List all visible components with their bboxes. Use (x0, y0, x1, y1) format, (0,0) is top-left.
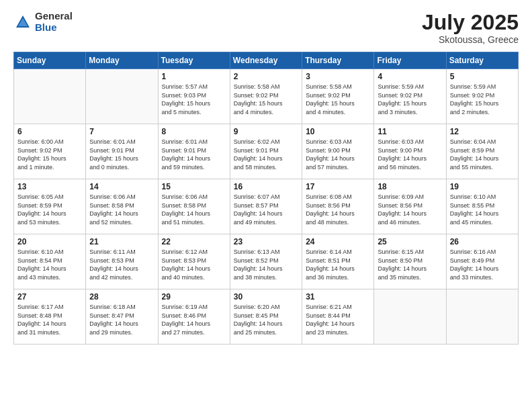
calendar-cell: 18Sunrise: 6:09 AM Sunset: 8:56 PM Dayli… (374, 179, 446, 234)
day-number: 27 (17, 292, 82, 302)
day-number: 13 (17, 182, 82, 191)
cell-info: Sunrise: 6:16 AM Sunset: 8:49 PM Dayligh… (450, 248, 515, 281)
calendar-cell: 22Sunrise: 6:12 AM Sunset: 8:53 PM Dayli… (158, 234, 230, 289)
day-number: 12 (450, 127, 515, 136)
cell-info: Sunrise: 6:12 AM Sunset: 8:53 PM Dayligh… (162, 248, 226, 281)
calendar-cell: 8Sunrise: 6:01 AM Sunset: 9:01 PM Daylig… (158, 124, 230, 179)
day-number: 24 (306, 237, 370, 246)
week-row-3: 13Sunrise: 6:05 AM Sunset: 8:59 PM Dayli… (14, 179, 519, 234)
header-row: Sunday Monday Tuesday Wednesday Thursday… (14, 52, 519, 69)
cell-info: Sunrise: 6:02 AM Sunset: 9:01 PM Dayligh… (234, 138, 298, 171)
calendar-cell: 24Sunrise: 6:14 AM Sunset: 8:51 PM Dayli… (302, 234, 374, 289)
day-number: 23 (234, 237, 298, 246)
day-number: 31 (306, 292, 370, 302)
calendar-cell: 19Sunrise: 6:10 AM Sunset: 8:55 PM Dayli… (446, 179, 518, 234)
day-number: 1 (162, 72, 226, 81)
calendar-cell (446, 289, 518, 345)
week-row-2: 6Sunrise: 6:00 AM Sunset: 9:02 PM Daylig… (14, 124, 519, 179)
day-number: 11 (378, 127, 442, 136)
cell-info: Sunrise: 6:10 AM Sunset: 8:54 PM Dayligh… (17, 248, 82, 281)
cell-info: Sunrise: 6:05 AM Sunset: 8:59 PM Dayligh… (17, 193, 82, 226)
calendar-cell: 31Sunrise: 6:21 AM Sunset: 8:44 PM Dayli… (302, 289, 374, 345)
calendar-cell: 9Sunrise: 6:02 AM Sunset: 9:01 PM Daylig… (230, 124, 302, 179)
logo-blue: Blue (35, 21, 57, 33)
cell-info: Sunrise: 6:14 AM Sunset: 8:51 PM Dayligh… (306, 248, 370, 281)
week-row-1: 1Sunrise: 5:57 AM Sunset: 9:03 PM Daylig… (14, 69, 519, 124)
cell-info: Sunrise: 6:04 AM Sunset: 8:59 PM Dayligh… (450, 138, 515, 171)
day-number: 19 (450, 182, 515, 191)
day-number: 15 (162, 182, 226, 191)
calendar-cell (374, 289, 446, 345)
day-number: 25 (378, 237, 442, 246)
calendar-cell: 12Sunrise: 6:04 AM Sunset: 8:59 PM Dayli… (446, 124, 518, 179)
logo-icon (13, 13, 32, 32)
calendar-cell: 16Sunrise: 6:07 AM Sunset: 8:57 PM Dayli… (230, 179, 302, 234)
day-number: 22 (162, 237, 226, 246)
cell-info: Sunrise: 6:03 AM Sunset: 9:00 PM Dayligh… (306, 138, 370, 171)
cell-info: Sunrise: 5:58 AM Sunset: 9:02 PM Dayligh… (234, 83, 298, 116)
cell-info: Sunrise: 6:06 AM Sunset: 8:58 PM Dayligh… (162, 193, 226, 226)
cell-info: Sunrise: 6:03 AM Sunset: 9:00 PM Dayligh… (378, 138, 442, 171)
day-number: 6 (17, 127, 82, 136)
day-number: 14 (89, 182, 154, 191)
logo-general: General (35, 10, 73, 21)
cell-info: Sunrise: 6:11 AM Sunset: 8:53 PM Dayligh… (89, 248, 154, 281)
logo-text: General Blue (35, 11, 73, 33)
calendar-cell: 3Sunrise: 5:58 AM Sunset: 9:02 PM Daylig… (302, 69, 374, 124)
day-number: 20 (17, 237, 82, 246)
cell-info: Sunrise: 6:07 AM Sunset: 8:57 PM Dayligh… (234, 193, 298, 226)
col-saturday: Saturday (446, 52, 518, 69)
calendar-cell: 5Sunrise: 5:59 AM Sunset: 9:02 PM Daylig… (446, 69, 518, 124)
calendar-cell: 28Sunrise: 6:18 AM Sunset: 8:47 PM Dayli… (86, 289, 158, 345)
calendar-cell: 6Sunrise: 6:00 AM Sunset: 9:02 PM Daylig… (14, 124, 86, 179)
day-number: 9 (234, 127, 298, 136)
day-number: 30 (234, 292, 298, 302)
calendar-cell: 25Sunrise: 6:15 AM Sunset: 8:50 PM Dayli… (374, 234, 446, 289)
calendar-cell (14, 69, 86, 124)
day-number: 3 (306, 72, 370, 81)
calendar-cell: 26Sunrise: 6:16 AM Sunset: 8:49 PM Dayli… (446, 234, 518, 289)
calendar-cell: 14Sunrise: 6:06 AM Sunset: 8:58 PM Dayli… (86, 179, 158, 234)
calendar-cell: 27Sunrise: 6:17 AM Sunset: 8:48 PM Dayli… (14, 289, 86, 345)
cell-info: Sunrise: 6:09 AM Sunset: 8:56 PM Dayligh… (378, 193, 442, 226)
day-number: 17 (306, 182, 370, 191)
calendar-cell (86, 69, 158, 124)
cell-info: Sunrise: 6:17 AM Sunset: 8:48 PM Dayligh… (17, 303, 82, 336)
title-month: July 2025 (422, 11, 519, 34)
calendar-cell: 21Sunrise: 6:11 AM Sunset: 8:53 PM Dayli… (86, 234, 158, 289)
cell-info: Sunrise: 6:10 AM Sunset: 8:55 PM Dayligh… (450, 193, 515, 226)
calendar-cell: 13Sunrise: 6:05 AM Sunset: 8:59 PM Dayli… (14, 179, 86, 234)
cell-info: Sunrise: 6:08 AM Sunset: 8:56 PM Dayligh… (306, 193, 370, 226)
cell-info: Sunrise: 6:13 AM Sunset: 8:52 PM Dayligh… (234, 248, 298, 281)
calendar-cell: 1Sunrise: 5:57 AM Sunset: 9:03 PM Daylig… (158, 69, 230, 124)
day-number: 29 (162, 292, 226, 302)
title-location: Skotoussa, Greece (422, 34, 519, 45)
cell-info: Sunrise: 6:01 AM Sunset: 9:01 PM Dayligh… (89, 138, 154, 171)
day-number: 5 (450, 72, 515, 81)
day-number: 28 (89, 292, 154, 302)
calendar-cell: 29Sunrise: 6:19 AM Sunset: 8:46 PM Dayli… (158, 289, 230, 345)
calendar-body: 1Sunrise: 5:57 AM Sunset: 9:03 PM Daylig… (14, 69, 519, 345)
logo: General Blue (13, 11, 73, 33)
col-monday: Monday (86, 52, 158, 69)
week-row-4: 20Sunrise: 6:10 AM Sunset: 8:54 PM Dayli… (14, 234, 519, 289)
cell-info: Sunrise: 6:01 AM Sunset: 9:01 PM Dayligh… (162, 138, 226, 171)
calendar-cell: 4Sunrise: 5:59 AM Sunset: 9:02 PM Daylig… (374, 69, 446, 124)
title-block: July 2025 Skotoussa, Greece (422, 11, 519, 45)
calendar-cell: 17Sunrise: 6:08 AM Sunset: 8:56 PM Dayli… (302, 179, 374, 234)
day-number: 4 (378, 72, 442, 81)
cell-info: Sunrise: 5:59 AM Sunset: 9:02 PM Dayligh… (450, 83, 515, 116)
cell-info: Sunrise: 6:20 AM Sunset: 8:45 PM Dayligh… (234, 303, 298, 336)
col-thursday: Thursday (302, 52, 374, 69)
page: General Blue July 2025 Skotoussa, Greece… (0, 0, 532, 411)
header: General Blue July 2025 Skotoussa, Greece (13, 11, 519, 45)
cell-info: Sunrise: 6:18 AM Sunset: 8:47 PM Dayligh… (89, 303, 154, 336)
cell-info: Sunrise: 6:15 AM Sunset: 8:50 PM Dayligh… (378, 248, 442, 281)
calendar-cell: 11Sunrise: 6:03 AM Sunset: 9:00 PM Dayli… (374, 124, 446, 179)
col-sunday: Sunday (14, 52, 86, 69)
cell-info: Sunrise: 6:00 AM Sunset: 9:02 PM Dayligh… (17, 138, 82, 171)
day-number: 10 (306, 127, 370, 136)
col-friday: Friday (374, 52, 446, 69)
cell-info: Sunrise: 5:59 AM Sunset: 9:02 PM Dayligh… (378, 83, 442, 116)
calendar-cell: 20Sunrise: 6:10 AM Sunset: 8:54 PM Dayli… (14, 234, 86, 289)
